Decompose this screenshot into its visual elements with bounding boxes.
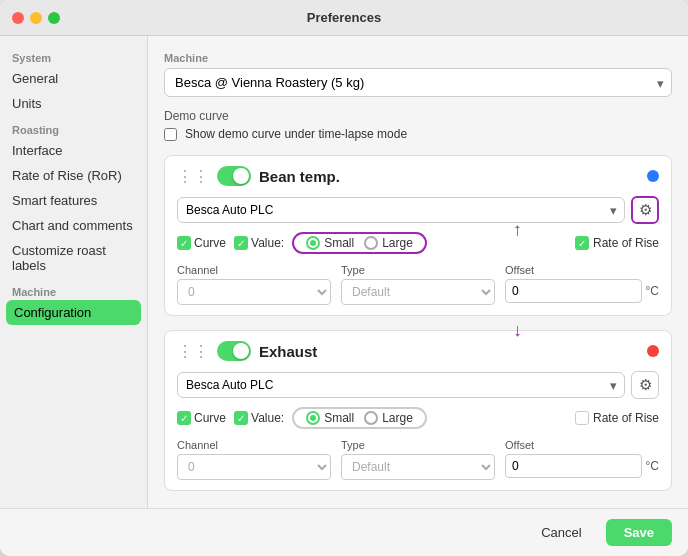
bean-temp-curve-label: Curve bbox=[194, 236, 226, 250]
bean-temp-size-small-radio bbox=[306, 236, 320, 250]
demo-curve-section: Demo curve Show demo curve under time-la… bbox=[164, 109, 672, 141]
bean-temp-plc-row: Besca Auto PLC ▾ ⚙ bbox=[177, 196, 659, 224]
demo-curve-row: Show demo curve under time-lapse mode bbox=[164, 127, 672, 141]
close-button[interactable] bbox=[12, 12, 24, 24]
sidebar-item-configuration[interactable]: Configuration bbox=[6, 300, 141, 325]
bean-temp-plc-select[interactable]: Besca Auto PLC bbox=[177, 197, 625, 223]
bean-temp-type-label: Type bbox=[341, 264, 495, 276]
exhaust-options-row: ✓ Curve ✓ Value: Small bbox=[177, 407, 659, 429]
minimize-button[interactable] bbox=[30, 12, 42, 24]
bean-temp-offset-label: Offset bbox=[505, 264, 659, 276]
exhaust-plc-select[interactable]: Besca Auto PLC bbox=[177, 372, 625, 398]
demo-curve-label: Demo curve bbox=[164, 109, 672, 123]
bean-temp-size-small-option[interactable]: Small bbox=[302, 236, 358, 250]
footer: Cancel Save bbox=[0, 508, 688, 556]
bean-temp-curve-option: ✓ Curve bbox=[177, 236, 226, 250]
traffic-lights bbox=[12, 12, 60, 24]
bean-temp-settings-button[interactable]: ⚙ bbox=[631, 196, 659, 224]
exhaust-card: ⋮⋮ Exhaust Besca Auto PLC ▾ ⚙ bbox=[164, 330, 672, 491]
title-bar: Preferences bbox=[0, 0, 688, 36]
bean-temp-curve-checkbox[interactable]: ✓ bbox=[177, 236, 191, 250]
window-title: Preferences bbox=[307, 10, 381, 25]
exhaust-toggle-knob bbox=[233, 343, 249, 359]
exhaust-value-label: Value: bbox=[251, 411, 284, 425]
bean-temp-color-dot bbox=[647, 170, 659, 182]
exhaust-size-large-radio bbox=[364, 411, 378, 425]
exhaust-cct-row: Channel 0 Type Default bbox=[177, 439, 659, 480]
bean-temp-size-large-option[interactable]: Large bbox=[360, 236, 417, 250]
exhaust-size-radio-group: Small Large bbox=[292, 407, 427, 429]
bean-temp-toggle-knob bbox=[233, 168, 249, 184]
bean-temp-value-label: Value: bbox=[251, 236, 284, 250]
exhaust-value-checkbox[interactable]: ✓ bbox=[234, 411, 248, 425]
exhaust-toggle[interactable] bbox=[217, 341, 251, 361]
bean-temp-card: ⋮⋮ Bean temp. Besca Auto PLC ▾ ⚙ bbox=[164, 155, 672, 316]
bean-temp-header: ⋮⋮ Bean temp. bbox=[177, 166, 659, 186]
bean-temp-cct-row: Channel 0 Type Default bbox=[177, 264, 659, 305]
exhaust-offset-input[interactable] bbox=[505, 454, 642, 478]
demo-curve-checkbox[interactable] bbox=[164, 128, 177, 141]
exhaust-size-small-option[interactable]: Small bbox=[302, 411, 358, 425]
exhaust-type-select[interactable]: Default bbox=[341, 454, 495, 480]
sidebar-item-ror[interactable]: Rate of Rise (RoR) bbox=[0, 163, 147, 188]
bean-temp-value-checkbox[interactable]: ✓ bbox=[234, 236, 248, 250]
exhaust-color-dot bbox=[647, 345, 659, 357]
demo-curve-checkbox-label: Show demo curve under time-lapse mode bbox=[185, 127, 407, 141]
bean-temp-ror-label: Rate of Rise bbox=[593, 236, 659, 250]
bean-temp-size-large-label: Large bbox=[382, 236, 413, 250]
sidebar-item-chart[interactable]: Chart and comments bbox=[0, 213, 147, 238]
exhaust-ror-checkbox[interactable] bbox=[575, 411, 589, 425]
exhaust-size-small-radio bbox=[306, 411, 320, 425]
save-button[interactable]: Save bbox=[606, 519, 672, 546]
exhaust-channel-label: Channel bbox=[177, 439, 331, 451]
bean-temp-channel-label: Channel bbox=[177, 264, 331, 276]
exhaust-curve-checkbox[interactable]: ✓ bbox=[177, 411, 191, 425]
bean-temp-type-col: Type Default bbox=[341, 264, 495, 305]
bean-temp-value-option: ✓ Value: bbox=[234, 236, 284, 250]
sidebar-item-general[interactable]: General bbox=[0, 66, 147, 91]
exhaust-offset-col: Offset °C bbox=[505, 439, 659, 480]
exhaust-type-label: Type bbox=[341, 439, 495, 451]
sidebar-item-interface[interactable]: Interface bbox=[0, 138, 147, 163]
exhaust-value-option: ✓ Value: bbox=[234, 411, 284, 425]
bean-temp-size-large-radio bbox=[364, 236, 378, 250]
scroll-arrows: ← ← bbox=[508, 220, 526, 342]
machine-select-wrap: Besca @ Vienna Roastery (5 kg) ▾ bbox=[164, 68, 672, 97]
bean-temp-ror-checkbox[interactable]: ✓ bbox=[575, 236, 589, 250]
exhaust-type-col: Type Default bbox=[341, 439, 495, 480]
exhaust-channel-select[interactable]: 0 bbox=[177, 454, 331, 480]
exhaust-ror-option: Rate of Rise bbox=[575, 411, 659, 425]
exhaust-settings-button[interactable]: ⚙ bbox=[631, 371, 659, 399]
bean-temp-size-small-label: Small bbox=[324, 236, 354, 250]
machine-select[interactable]: Besca @ Vienna Roastery (5 kg) bbox=[164, 68, 672, 97]
content-area: System General Units Roasting Interface … bbox=[0, 36, 688, 508]
machine-section-label: Machine bbox=[164, 52, 672, 64]
bean-temp-options-row: ✓ Curve ✓ Value: Small bbox=[177, 232, 659, 254]
bean-temp-toggle[interactable] bbox=[217, 166, 251, 186]
bean-temp-channel-select[interactable]: 0 bbox=[177, 279, 331, 305]
exhaust-title: Exhaust bbox=[259, 343, 317, 360]
exhaust-size-large-option[interactable]: Large bbox=[360, 411, 417, 425]
exhaust-curve-option: ✓ Curve bbox=[177, 411, 226, 425]
sidebar-item-units[interactable]: Units bbox=[0, 91, 147, 116]
bean-temp-type-select[interactable]: Default bbox=[341, 279, 495, 305]
bean-temp-offset-col: Offset °C bbox=[505, 264, 659, 305]
sidebar: System General Units Roasting Interface … bbox=[0, 36, 148, 508]
scroll-up-arrow-icon[interactable]: ← bbox=[507, 222, 528, 240]
bean-temp-unit-label: °C bbox=[646, 284, 659, 298]
scroll-down-arrow-icon[interactable]: ← bbox=[507, 323, 528, 341]
bean-temp-ror-option: ✓ Rate of Rise bbox=[575, 236, 659, 250]
sidebar-item-customize[interactable]: Customize roast labels bbox=[0, 238, 147, 278]
sidebar-section-machine: Machine bbox=[0, 278, 147, 300]
exhaust-plc-select-wrap: Besca Auto PLC ▾ bbox=[177, 372, 625, 398]
bean-temp-size-radio-group: Small Large bbox=[292, 232, 427, 254]
cancel-button[interactable]: Cancel bbox=[527, 519, 595, 546]
exhaust-ror-label: Rate of Rise bbox=[593, 411, 659, 425]
bean-temp-drag-handle-icon[interactable]: ⋮⋮ bbox=[177, 167, 209, 186]
sidebar-item-smart[interactable]: Smart features bbox=[0, 188, 147, 213]
exhaust-channel-col: Channel 0 bbox=[177, 439, 331, 480]
exhaust-curve-label: Curve bbox=[194, 411, 226, 425]
exhaust-drag-handle-icon[interactable]: ⋮⋮ bbox=[177, 342, 209, 361]
maximize-button[interactable] bbox=[48, 12, 60, 24]
exhaust-header: ⋮⋮ Exhaust bbox=[177, 341, 659, 361]
